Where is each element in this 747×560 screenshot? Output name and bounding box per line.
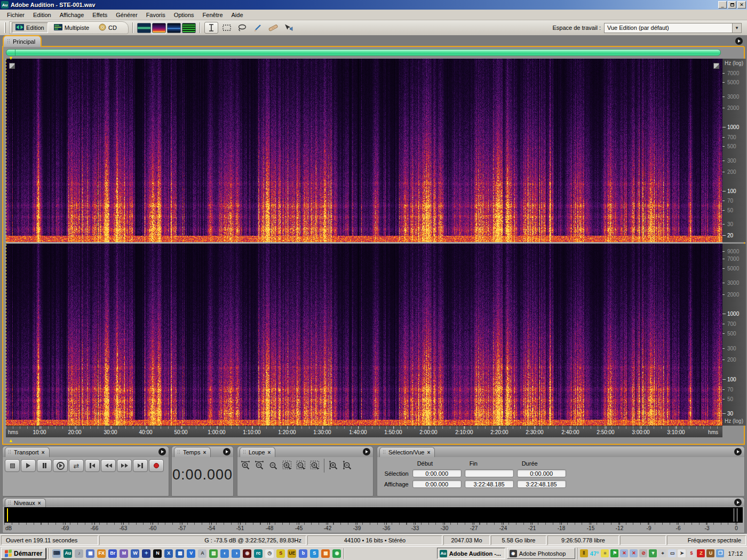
menu-aide[interactable]: Aide [228,11,247,19]
fx-icon[interactable]: FX [97,549,106,558]
excel-icon[interactable]: X [164,549,173,558]
spectral-display[interactable] [6,59,722,426]
menu-affichage[interactable]: Affichage [56,11,88,19]
globe-icon[interactable]: ◐ [220,549,229,558]
ue-icon[interactable]: UE [288,549,296,558]
keyboard-icon[interactable]: ⌨ [52,549,61,558]
task-adobe-audition[interactable]: AuAdobe Audition -... [437,548,505,559]
cursor-icon[interactable]: ➤ [678,549,686,557]
notes-icon[interactable]: N [153,549,162,558]
panel-menu-button[interactable] [734,499,742,506]
time-selection-tool[interactable] [204,22,218,34]
start-button[interactable]: Démarrer [1,548,46,559]
toolbar-grip[interactable] [4,22,6,33]
selection-duree-field[interactable]: 0:00.000 [517,469,566,477]
workspace-dropdown[interactable]: Vue Edition (par défaut) ▼ [604,23,742,33]
flag-icon[interactable]: ⚑ [610,549,618,557]
bridge-icon[interactable]: Br [108,549,117,558]
menu-fenetre[interactable]: Fenêtre [199,11,227,19]
zoom-out-vertical-button[interactable] [340,459,354,471]
menu-fichier[interactable]: Fichier [3,11,28,19]
menu-generer[interactable]: Générer [112,11,141,19]
currency-icon[interactable]: $ [687,549,695,557]
close-icon[interactable]: × [38,500,41,506]
close-icon[interactable]: × [427,450,430,455]
blue-app-icon[interactable]: b [299,549,307,558]
jar-icon[interactable]: U [706,549,714,557]
record-button[interactable] [149,459,164,472]
word-icon[interactable]: W [131,549,139,558]
meter-icon[interactable]: ‖ [580,549,588,557]
menu-options[interactable]: Options [170,11,198,19]
loop-play-button[interactable]: ⇄ [69,459,84,472]
zoom-corner-handle[interactable] [9,63,15,69]
go-to-beginning-button[interactable] [85,459,100,472]
mode-button-cd[interactable]: CD [95,22,121,33]
affichage-duree-field[interactable]: 3:22:48.185 [517,480,566,488]
selection-fin-field[interactable] [465,469,514,477]
menu-lines-icon[interactable]: ≡ [601,549,609,557]
stop-button[interactable] [5,459,20,472]
time-ruler[interactable]: hmshms10:0020:0030:0040:0050:001:00:001:… [6,426,722,437]
spectral-phase-view[interactable] [182,23,196,33]
spot-healing-tool[interactable] [266,22,280,34]
blocked-icon[interactable]: ⊘ [639,549,647,557]
tab-selection-vue[interactable]: Sélection/Vue × [379,447,435,457]
mode-button-edition[interactable]: Edition [12,22,48,33]
panel-menu-button[interactable] [734,448,742,455]
document-icon[interactable]: A [198,549,206,558]
frequency-axis-right-channel[interactable]: 9000700050003000200010007005003002001007… [722,244,746,426]
panel-menu-button[interactable] [223,448,231,455]
level-meter[interactable] [4,507,743,523]
zoom-to-selection-button[interactable] [280,459,294,471]
spectral-frequency-view[interactable] [152,23,166,33]
display-icon[interactable]: ▭ [668,549,676,557]
panel-menu-button[interactable] [158,448,166,455]
lasso-selection-tool[interactable] [235,22,249,34]
close-icon[interactable]: × [268,450,271,455]
close-icon[interactable]: × [203,450,206,455]
title-bar[interactable]: Au Adobe Audition - STE-001.wav _ ✕ [0,0,747,10]
zoom-out-horizontal-button[interactable] [252,459,266,471]
rc-icon[interactable]: rc [254,549,263,558]
visio-icon[interactable]: V [187,549,195,558]
affichage-fin-field[interactable]: 3:22:48.185 [465,480,514,488]
zoom-corner-handle[interactable] [713,63,719,69]
zoom-in-horizontal-button[interactable] [239,459,252,471]
fast-forward-button[interactable] [117,459,132,472]
mouse-icon[interactable]: ⌖ [658,549,666,557]
selection-debut-field[interactable]: 0:00.000 [412,469,462,477]
zoom-in-selection-right-button[interactable] [308,459,322,471]
tab-loupe[interactable]: Loupe × [240,447,275,457]
doc-icon[interactable]: ❒ [716,549,724,557]
restore-button[interactable] [728,1,736,9]
time-display[interactable]: 0:00.000 [172,467,233,483]
tab-niveaux[interactable]: Niveaux × [5,498,46,507]
zoom-out-full-button[interactable] [266,459,280,471]
minimize-button[interactable]: _ [718,1,727,9]
audition-icon[interactable]: Au [63,549,72,558]
menu-effets[interactable]: Effets [89,11,111,19]
spectral-pan-view[interactable] [167,23,181,33]
green-app-icon[interactable]: ◉ [332,549,341,558]
playhead-top-marker[interactable]: ▼ [9,56,13,61]
calculator-icon[interactable]: ▦ [86,549,94,558]
tab-transport[interactable]: Transport × [5,447,50,457]
rewind-button[interactable] [101,459,116,472]
zoom-in-selection-left-button[interactable] [294,459,308,471]
play-button[interactable] [21,459,36,472]
network-error2-icon[interactable]: ✕ [630,549,638,557]
tab-principal[interactable]: Principal [3,35,42,47]
infopath-icon[interactable]: M [120,549,128,558]
media-player-icon[interactable]: ♪ [75,549,83,558]
network-error-icon[interactable]: ✕ [620,549,628,557]
panel-menu-button[interactable] [363,448,370,455]
close-icon[interactable]: × [42,450,45,455]
task-adobe-photoshop[interactable]: ◉Adobe Photoshop [507,548,575,559]
camera-icon[interactable]: ◉ [243,549,251,558]
pause-button[interactable] [37,459,52,472]
scrub-tool[interactable] [282,22,296,34]
horizontal-scrollbar[interactable] [6,49,721,56]
play-from-cursor-button[interactable] [53,459,68,472]
effects-paintbrush-tool[interactable] [251,22,265,34]
